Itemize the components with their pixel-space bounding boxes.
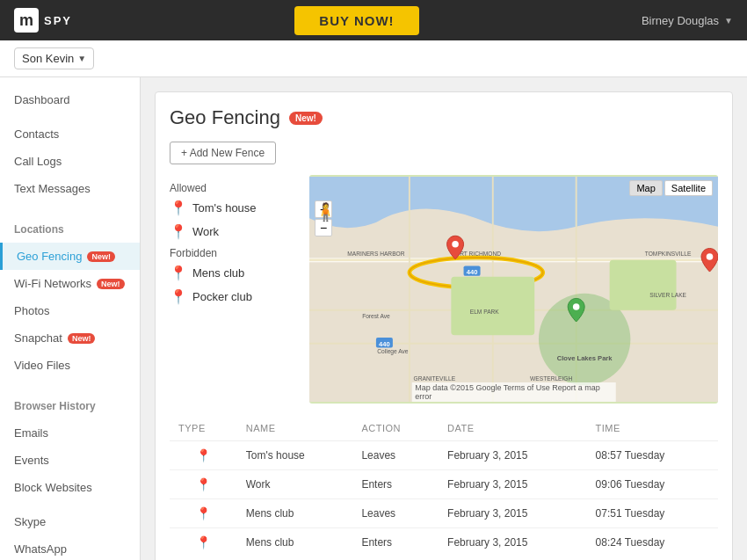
fence-item-pocker-club[interactable]: 📍 Pocker club xyxy=(170,288,297,305)
user-dropdown-icon: ▼ xyxy=(724,16,733,25)
device-name: Son Kevin xyxy=(22,52,74,65)
sidebar-item-events[interactable]: Events xyxy=(0,447,140,474)
svg-point-24 xyxy=(452,241,459,248)
table-cell-type: 📍 xyxy=(170,470,237,499)
sidebar-item-dashboard[interactable]: Dashboard xyxy=(0,86,140,113)
sidebar-item-whatsapp[interactable]: WhatsApp xyxy=(0,535,140,560)
col-action: ACTION xyxy=(352,416,439,441)
svg-text:440: 440 xyxy=(467,268,478,276)
sidebar-item-video-files[interactable]: Video Files xyxy=(0,352,140,379)
svg-text:MARINERS HARBOR: MARINERS HARBOR xyxy=(347,251,404,257)
fence-layout: Allowed 📍 Tom's house 📍 Work Forbidden 📍… xyxy=(170,175,718,404)
user-name: Birney Douglas xyxy=(642,14,719,27)
sidebar-item-snapchat[interactable]: Snapchat New! xyxy=(0,324,140,352)
sidebar-item-skype[interactable]: Skype xyxy=(0,508,140,535)
page-title-badge: New! xyxy=(289,112,323,125)
col-date: DATE xyxy=(439,416,587,441)
activity-table: TYPE NAME ACTION DATE TIME 📍 Tom's house… xyxy=(170,416,718,556)
table-cell-date: February 3, 2015 xyxy=(439,470,587,499)
table-cell-name: Mens club xyxy=(237,528,353,557)
svg-text:440: 440 xyxy=(379,340,390,348)
allowed-label: Allowed xyxy=(170,182,297,194)
table-cell-date: February 3, 2015 xyxy=(439,499,587,528)
green-pin-icon: 📍 xyxy=(196,448,211,462)
sidebar-item-emails[interactable]: Emails xyxy=(0,419,140,447)
sidebar-item-wifi-networks[interactable]: Wi-Fi Networks New! xyxy=(0,270,140,297)
table-cell-action: Enters xyxy=(352,470,439,499)
sidebar-item-contacts[interactable]: Contacts xyxy=(0,120,140,148)
main-layout: Dashboard Contacts Call Logs Text Messag… xyxy=(0,77,747,560)
table-cell-time: 07:51 Tuesday xyxy=(587,499,718,528)
svg-text:TOMP­KINSVILLE: TOMP­KINSVILLE xyxy=(645,251,692,257)
satellite-view-button[interactable]: Satellite xyxy=(664,180,713,196)
svg-rect-11 xyxy=(451,277,534,335)
svg-point-23 xyxy=(707,253,714,260)
content-card: Geo Fencing New! + Add New Fence Allowed… xyxy=(155,91,733,560)
topbar: m SPY BUY NOW! Birney Douglas ▼ xyxy=(0,0,747,40)
fence-item-mens-club[interactable]: 📍 Mens club xyxy=(170,265,297,281)
table-cell-type: 📍 xyxy=(170,441,237,470)
table-cell-action: Leaves xyxy=(352,499,439,528)
table-header-row: TYPE NAME ACTION DATE TIME xyxy=(170,416,718,441)
table-row: 📍 Tom's house Leaves February 3, 2015 08… xyxy=(170,441,718,470)
wifi-badge: New! xyxy=(97,279,125,289)
page-title: Geo Fencing New! xyxy=(170,106,718,129)
col-time: TIME xyxy=(587,416,718,441)
table-cell-date: February 3, 2015 xyxy=(439,441,587,470)
sidebar-item-text-messages[interactable]: Text Messages xyxy=(0,175,140,202)
svg-text:College Ave: College Ave xyxy=(377,348,409,355)
table-cell-time: 08:24 Tuesday xyxy=(587,528,718,557)
forbidden-label: Forbidden xyxy=(170,247,297,259)
green-pin-icon-2: 📍 xyxy=(170,223,187,240)
table-row: 📍 Mens club Leaves February 3, 2015 07:5… xyxy=(170,499,718,528)
pegman-icon[interactable]: 🧍 xyxy=(315,201,337,222)
svg-text:ELM PARK: ELM PARK xyxy=(470,309,500,315)
map-view-button[interactable]: Map xyxy=(629,180,662,196)
svg-text:GRANITEVILLE: GRANITEVILLE xyxy=(414,375,456,382)
table-cell-date: February 3, 2015 xyxy=(439,528,587,557)
device-selector[interactable]: Son Kevin ▼ xyxy=(14,47,94,69)
subbar: Son Kevin ▼ xyxy=(0,40,747,77)
map-attribution: Map data ©2015 Google Terms of Use Repor… xyxy=(411,382,616,402)
svg-point-25 xyxy=(573,303,580,310)
table-cell-name: Mens club xyxy=(237,499,353,528)
table-cell-name: Work xyxy=(237,470,353,499)
user-menu[interactable]: Birney Douglas ▼ xyxy=(642,14,733,27)
table-cell-time: 08:57 Tuesday xyxy=(587,441,718,470)
table-row: 📍 Mens club Enters February 3, 2015 08:2… xyxy=(170,528,718,557)
content-area: Geo Fencing New! + Add New Fence Allowed… xyxy=(141,77,747,560)
fence-item-work[interactable]: 📍 Work xyxy=(170,223,297,240)
sidebar-item-geo-fencing[interactable]: Geo Fencing New! xyxy=(0,243,140,270)
logo-spy: SPY xyxy=(44,14,72,27)
table-cell-time: 09:06 Tuesday xyxy=(587,470,718,499)
sidebar-section-browser: Browser History xyxy=(0,393,140,419)
table-cell-action: Leaves xyxy=(352,441,439,470)
svg-text:Clove Lakes Park: Clove Lakes Park xyxy=(557,354,613,362)
table-cell-type: 📍 xyxy=(170,499,237,528)
red-pin-icon: 📍 xyxy=(170,265,187,281)
table-cell-type: 📍 xyxy=(170,528,237,557)
add-fence-button[interactable]: + Add New Fence xyxy=(170,142,276,164)
svg-rect-12 xyxy=(610,260,677,310)
sidebar-item-photos[interactable]: Photos xyxy=(0,297,140,324)
logo: m SPY xyxy=(14,8,72,33)
fence-item-toms-house[interactable]: 📍 Tom's house xyxy=(170,200,297,216)
logo-icon: m xyxy=(14,8,39,33)
map-view[interactable]: PORT RICHMOND MARINERS HARBOR ELM PARK C… xyxy=(309,175,718,404)
svg-text:Forest Ave: Forest Ave xyxy=(362,313,390,319)
sidebar-section-locations: Locations xyxy=(0,216,140,243)
red-pin-icon: 📍 xyxy=(196,506,211,520)
sidebar-item-call-logs[interactable]: Call Logs xyxy=(0,148,140,175)
red-pin-icon: 📍 xyxy=(196,535,211,549)
sidebar: Dashboard Contacts Call Logs Text Messag… xyxy=(0,77,141,560)
table-row: 📍 Work Enters February 3, 2015 09:06 Tue… xyxy=(170,470,718,499)
svg-text:WESTERLEIGH: WESTERLEIGH xyxy=(530,375,572,382)
sidebar-item-block-websites[interactable]: Block Websites xyxy=(0,474,140,501)
buy-now-button[interactable]: BUY NOW! xyxy=(294,6,418,35)
map-controls: Map Satellite xyxy=(629,180,713,196)
table-cell-action: Enters xyxy=(352,528,439,557)
col-type: TYPE xyxy=(170,416,237,441)
green-pin-icon: 📍 xyxy=(196,477,211,491)
fence-list: Allowed 📍 Tom's house 📍 Work Forbidden 📍… xyxy=(170,175,297,404)
col-name: NAME xyxy=(237,416,353,441)
